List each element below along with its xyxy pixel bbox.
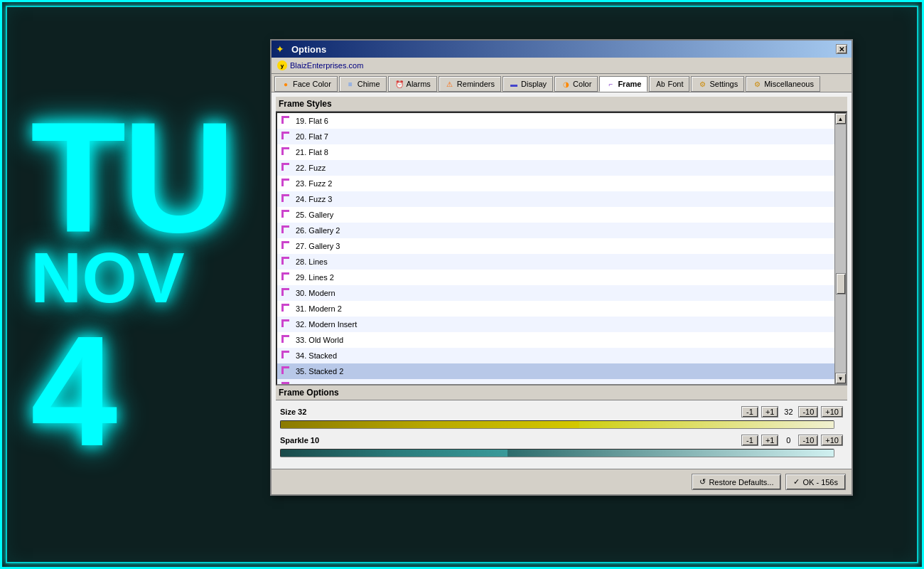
title-bar: ✦ Options ✕	[272, 41, 852, 58]
toolbar: y BlaizEnterprises.com	[272, 58, 852, 74]
size-row: Size 32 -1 +1 32 -10 +10	[280, 406, 843, 418]
ok-icon: ✓	[793, 477, 800, 486]
color-icon: ◑	[561, 79, 571, 89]
list-item[interactable]: 19. Flat 6	[277, 113, 834, 129]
sparkle-minus10-button[interactable]: -10	[798, 435, 818, 446]
close-button[interactable]: ✕	[836, 44, 847, 54]
size-slider-container[interactable]	[280, 420, 834, 432]
size-controls: -1 +1 32 -10 +10	[741, 406, 843, 418]
size-plus1-button[interactable]: +1	[761, 406, 779, 418]
size-plus10-button[interactable]: +10	[821, 406, 843, 418]
list-item-label: 32. Modern Insert	[296, 320, 357, 329]
bg-number: 4	[31, 313, 114, 469]
alarms-icon: ⏰	[394, 79, 404, 89]
frame-style-icon	[281, 304, 291, 314]
scroll-track[interactable]	[835, 124, 847, 373]
frame-style-icon	[281, 194, 291, 204]
list-item[interactable]: 36. Stacked 3	[277, 379, 834, 384]
list-item[interactable]: 25. Gallery	[277, 207, 834, 223]
list-item[interactable]: 22. Fuzz	[277, 160, 834, 176]
frame-style-icon	[281, 241, 291, 251]
list-item[interactable]: 34. Stacked	[277, 348, 834, 363]
list-item-selected[interactable]: 35. Stacked 2	[277, 363, 834, 379]
title-bar-left: ✦ Options	[276, 43, 326, 55]
tab-font-label: Font	[667, 80, 683, 88]
display-icon: ▬	[509, 79, 519, 89]
size-minus1-button[interactable]: -1	[741, 406, 758, 418]
list-item[interactable]: 31. Modern 2	[277, 301, 834, 317]
tab-face-color-label: Face Color	[293, 80, 331, 88]
chime-icon: ≡	[345, 79, 355, 89]
tab-miscellaneous[interactable]: ⚙ Miscellaneous	[746, 76, 820, 92]
sparkle-row: Sparkle 10 -1 +1 0 -10 +10	[280, 435, 843, 446]
sparkle-slider-container[interactable]	[280, 449, 834, 460]
tab-chime-label: Chime	[358, 80, 380, 88]
list-items-container[interactable]: 19. Flat 6 20. Flat 7 21. Flat 8 22. Fuz…	[277, 113, 834, 384]
dialog-title: Options	[291, 44, 326, 55]
list-item[interactable]: 23. Fuzz 2	[277, 176, 834, 191]
tab-alarms[interactable]: ⏰ Alarms	[388, 76, 437, 92]
size-minus10-button[interactable]: -10	[798, 406, 818, 418]
list-item[interactable]: 28. Lines	[277, 254, 834, 270]
frame-style-icon	[281, 225, 291, 235]
tab-chime[interactable]: ≡ Chime	[339, 76, 387, 92]
tab-color-label: Color	[573, 80, 591, 88]
face-color-icon: ●	[281, 79, 291, 89]
sparkle-minus1-button[interactable]: -1	[741, 435, 758, 446]
sparkle-plus1-button[interactable]: +1	[761, 435, 779, 446]
list-item[interactable]: 27. Gallery 3	[277, 238, 834, 254]
frame-style-icon	[281, 116, 291, 126]
tab-settings[interactable]: ⚙ Settings	[691, 76, 744, 92]
list-scrollbar[interactable]: ▲ ▼	[834, 113, 846, 384]
list-item-label: 20. Flat 7	[296, 132, 328, 141]
list-item-label: 31. Modern 2	[296, 304, 342, 313]
frame-style-icon	[281, 257, 291, 267]
size-slider-track[interactable]	[280, 420, 834, 429]
scroll-up-button[interactable]: ▲	[835, 113, 847, 124]
list-item[interactable]: 26. Gallery 2	[277, 223, 834, 238]
restore-defaults-button[interactable]: ↺ Restore Defaults...	[692, 474, 781, 490]
list-item[interactable]: 21. Flat 8	[277, 144, 834, 160]
list-item-label: 26. Gallery 2	[296, 226, 340, 235]
list-item-label: 27. Gallery 3	[296, 242, 340, 250]
main-content: Frame Styles 19. Flat 6 20. Flat 7 21. F…	[272, 92, 852, 469]
frame-styles-header: Frame Styles	[276, 97, 847, 112]
tab-face-color[interactable]: ● Face Color	[274, 76, 338, 92]
scroll-thumb[interactable]	[836, 273, 846, 294]
tab-reminders[interactable]: ⚠ Reminders	[439, 76, 501, 92]
tab-frame[interactable]: ⌐ Frame	[599, 76, 648, 92]
font-icon: Ab	[655, 79, 665, 89]
size-label: Size 32	[280, 408, 337, 416]
ok-button[interactable]: ✓ OK - 156s	[785, 474, 846, 490]
restore-defaults-label: Restore Defaults...	[709, 478, 773, 486]
sparkle-slider-fill	[281, 450, 507, 457]
list-item-label: 34. Stacked	[296, 351, 337, 360]
tab-display-label: Display	[521, 80, 547, 88]
list-item-label: 23. Fuzz 2	[296, 179, 332, 188]
list-item-label: 22. Fuzz	[296, 164, 326, 172]
list-item-label: 29. Lines 2	[296, 273, 334, 282]
tab-font[interactable]: Ab Font	[649, 76, 689, 92]
sparkle-value: 0	[781, 436, 795, 445]
list-item[interactable]: 32. Modern Insert	[277, 317, 834, 332]
list-item[interactable]: 30. Modern	[277, 285, 834, 301]
bg-day: NOV	[31, 242, 185, 313]
tab-reminders-label: Reminders	[457, 80, 495, 88]
frame-style-icon	[281, 272, 291, 282]
frame-style-icon	[281, 132, 291, 142]
bg-time: TU	[31, 100, 232, 256]
list-item[interactable]: 33. Old World	[277, 332, 834, 348]
list-item-label: 30. Modern	[296, 289, 335, 297]
tab-display[interactable]: ▬ Display	[503, 76, 553, 92]
settings-icon: ⚙	[697, 79, 707, 89]
list-item[interactable]: 20. Flat 7	[277, 129, 834, 144]
sparkle-plus10-button[interactable]: +10	[821, 435, 843, 446]
scroll-down-button[interactable]: ▼	[835, 373, 847, 384]
tab-color[interactable]: ◑ Color	[554, 76, 598, 92]
frame-style-icon	[281, 335, 291, 345]
url-icon: y	[277, 60, 287, 70]
list-item[interactable]: 29. Lines 2	[277, 270, 834, 285]
frame-style-icon	[281, 163, 291, 173]
list-item[interactable]: 24. Fuzz 3	[277, 191, 834, 207]
sparkle-slider-track[interactable]	[280, 449, 834, 457]
